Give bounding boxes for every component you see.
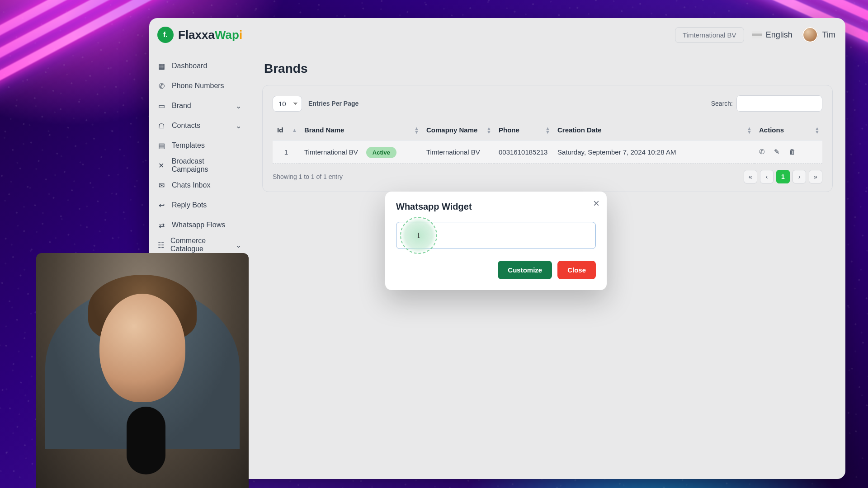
close-button[interactable]: Close: [557, 261, 596, 279]
sort-asc-icon: ▲: [292, 128, 297, 132]
sort-icon: ▲▼: [545, 127, 550, 134]
pager-first[interactable]: «: [744, 170, 757, 183]
logo-mark-icon: f.: [157, 27, 174, 43]
sidebar-item-flows[interactable]: ⇄ Whatsapp Flows: [149, 215, 250, 235]
catalogue-icon: ☷: [157, 241, 164, 249]
grid-icon: ▦: [157, 62, 165, 70]
sidebar-item-label: Chats Inbox: [172, 181, 210, 189]
modal-title: Whatsapp Widget: [396, 202, 596, 212]
flag-icon: [752, 31, 762, 38]
app-logo[interactable]: f. FlaxxaWapi: [157, 27, 242, 43]
sort-icon: ▲▼: [486, 127, 491, 134]
sidebar-item-label: Reply Bots: [172, 201, 207, 209]
col-created[interactable]: Creation Date▲▼: [553, 120, 755, 141]
chevron-down-icon: ⌄: [236, 122, 241, 130]
language-selector[interactable]: English: [752, 30, 793, 40]
sidebar-item-label: Phone Numbers: [172, 82, 224, 90]
reply-icon: ↩: [157, 201, 165, 210]
col-id[interactable]: Id▲: [273, 120, 300, 141]
sidebar-item-label: Brand: [172, 102, 191, 110]
sidebar-item-phone-numbers[interactable]: ✆ Phone Numbers: [149, 76, 250, 96]
whatsapp-widget-modal: Whatsapp Widget × I Customize Close: [385, 192, 607, 290]
sidebar-item-templates[interactable]: ▤ Templates: [149, 136, 250, 155]
col-company[interactable]: Comapny Name▲▼: [422, 120, 494, 141]
page-title: Brands: [264, 61, 833, 76]
contacts-icon: ☖: [157, 122, 165, 130]
search-input[interactable]: [736, 95, 822, 112]
pager-last[interactable]: »: [809, 170, 822, 183]
sidebar-item-chats[interactable]: ✉ Chats Inbox: [149, 175, 250, 195]
avatar: [802, 27, 818, 42]
cell-company: Timternational BV: [422, 141, 494, 164]
cell-actions: ✆ ✎ 🗑: [755, 141, 822, 164]
broadcast-icon: ✕: [157, 161, 165, 170]
sidebar-item-dashboard[interactable]: ▦ Dashboard: [149, 56, 250, 76]
sidebar-item-label: Contacts: [172, 122, 200, 130]
topbar: f. FlaxxaWapi Timternational BV English …: [149, 18, 845, 52]
entries-per-page-select[interactable]: 10: [273, 96, 302, 112]
svg-rect-1: [752, 31, 762, 33]
chevron-down-icon: ⌄: [236, 241, 241, 249]
pager-next[interactable]: ›: [793, 170, 806, 183]
sidebar-item-label: Dashboard: [172, 62, 207, 70]
whatsapp-icon[interactable]: ✆: [759, 148, 765, 156]
table-row: 1 Timternational BV Active Timternationa…: [273, 141, 822, 164]
pager-page-1[interactable]: 1: [776, 170, 790, 183]
app-window: f. FlaxxaWapi Timternational BV English …: [149, 18, 845, 479]
cell-created: Saturday, September 7, 2024 10:28 AM: [553, 141, 755, 164]
sort-icon: ▲▼: [815, 127, 820, 134]
flow-icon: ⇄: [157, 221, 165, 230]
webcam-overlay: [36, 253, 249, 488]
cell-id: 1: [273, 141, 300, 164]
chevron-down-icon: ⌄: [236, 102, 241, 110]
language-label: English: [766, 30, 793, 40]
cell-phone: 0031610185213: [494, 141, 553, 164]
brands-table: Id▲ Brand Name▲▼ Comapny Name▲▼ Phone▲▼: [273, 120, 822, 164]
account-selector[interactable]: Timternational BV: [675, 27, 744, 43]
microphone-icon: [127, 407, 165, 474]
col-brand[interactable]: Brand Name▲▼: [300, 120, 422, 141]
sidebar-item-label: Commerce Catalogue: [170, 237, 229, 253]
col-phone[interactable]: Phone▲▼: [494, 120, 553, 141]
sidebar-item-brand[interactable]: ▭ Brand ⌄: [149, 96, 250, 116]
search-label: Search:: [711, 100, 733, 107]
chat-icon: ✉: [157, 181, 165, 190]
sort-icon: ▲▼: [414, 127, 419, 134]
logo-text: FlaxxaWapi: [178, 28, 242, 42]
svg-rect-2: [752, 36, 762, 38]
customize-button[interactable]: Customize: [498, 261, 552, 279]
showing-text: Showing 1 to 1 of 1 entry: [273, 173, 343, 180]
edit-icon[interactable]: ✎: [774, 148, 780, 156]
brands-card: 10 Entries Per Page Search: Id▲: [262, 85, 833, 192]
close-icon[interactable]: ×: [593, 198, 599, 209]
sidebar-item-label: Templates: [172, 141, 205, 150]
tag-icon: ▭: [157, 102, 165, 110]
user-menu[interactable]: Tim: [802, 27, 835, 42]
pager: « ‹ 1 › »: [744, 170, 822, 183]
sidebar-item-label: Whatsapp Flows: [172, 221, 225, 229]
pager-prev[interactable]: ‹: [760, 170, 774, 183]
sidebar-item-commerce[interactable]: ☷ Commerce Catalogue ⌄: [149, 235, 250, 255]
username: Tim: [822, 30, 835, 40]
sidebar-item-label: Broadcast Campaigns: [172, 157, 241, 174]
sidebar-item-reply-bots[interactable]: ↩ Reply Bots: [149, 195, 250, 215]
status-badge: Active: [366, 147, 396, 158]
sort-icon: ▲▼: [747, 127, 752, 134]
widget-code-input[interactable]: [396, 222, 596, 249]
col-actions: Actions▲▼: [755, 120, 822, 141]
sidebar-item-broadcast[interactable]: ✕ Broadcast Campaigns: [149, 155, 250, 175]
sidebar-item-contacts[interactable]: ☖ Contacts ⌄: [149, 116, 250, 136]
entries-per-page-label: Entries Per Page: [308, 100, 359, 107]
cell-brand: Timternational BV Active: [300, 141, 422, 164]
template-icon: ▤: [157, 141, 165, 150]
phone-icon: ✆: [157, 82, 165, 90]
delete-icon[interactable]: 🗑: [789, 148, 796, 156]
